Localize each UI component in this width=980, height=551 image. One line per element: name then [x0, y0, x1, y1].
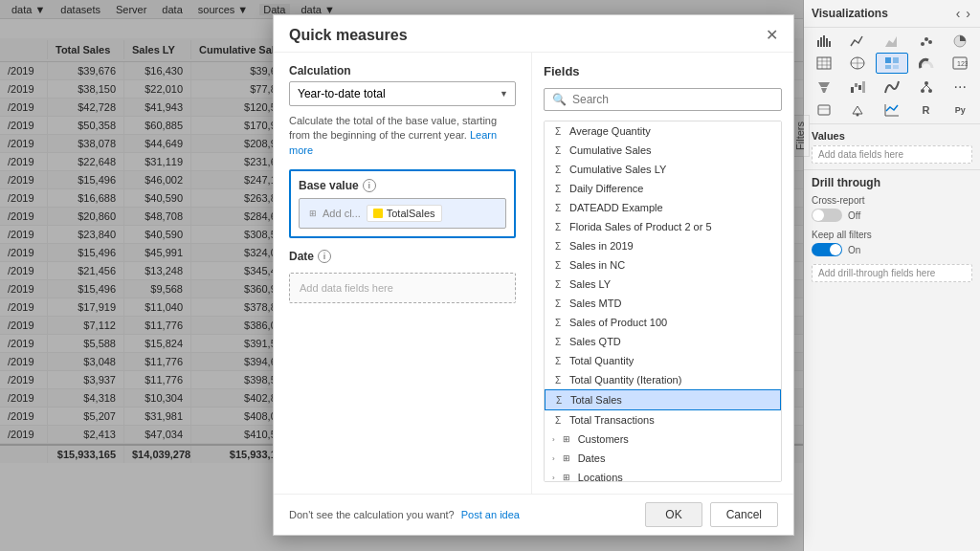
field-item[interactable]: Σ Sales LY: [545, 275, 781, 294]
calculation-label: Calculation: [289, 64, 516, 77]
field-item-total-sales[interactable]: Σ Total Sales: [545, 389, 781, 410]
vis-icon-matrix[interactable]: [876, 53, 908, 74]
dialog-header: Quick measures ✕: [274, 15, 793, 53]
field-item[interactable]: Σ Daily Difference: [545, 179, 781, 198]
base-value-info-icon[interactable]: i: [363, 179, 376, 192]
date-drop-area[interactable]: Add data fields here: [289, 273, 516, 303]
table-icon: ⊞: [561, 472, 572, 482]
vis-icon-card[interactable]: 123: [944, 53, 976, 74]
vis-icon-scatter[interactable]: [910, 32, 943, 51]
svg-point-30: [924, 81, 928, 85]
field-item[interactable]: Σ Total Quantity (Iteration): [545, 370, 781, 389]
values-section-title: Values: [812, 130, 972, 142]
vis-icon-format[interactable]: [808, 100, 840, 120]
sigma-icon: Σ: [552, 259, 564, 271]
footer-text: Don't see the calculation you want? Post…: [289, 509, 520, 520]
add-values-button[interactable]: Add data fields here: [812, 145, 972, 164]
search-input[interactable]: [572, 93, 773, 106]
calculation-dropdown[interactable]: Year-to-date total: [289, 81, 516, 106]
field-item[interactable]: Σ Cumulative Sales: [545, 141, 781, 160]
drill-through-title: Drill through: [812, 176, 972, 189]
vis-icon-line[interactable]: [842, 32, 875, 51]
sigma-icon: Σ: [552, 278, 564, 290]
field-item[interactable]: Σ Sales in 2019: [545, 236, 781, 255]
keep-filters-toggle[interactable]: [812, 243, 842, 256]
fields-label: Fields: [544, 64, 782, 78]
vis-icon-table[interactable]: [808, 53, 840, 74]
calculation-section: Calculation Year-to-date total Calculate…: [289, 64, 516, 158]
sigma-icon: Σ: [552, 164, 564, 175]
sigma-icon: Σ: [552, 240, 564, 252]
group-item-locations[interactable]: › ⊞ Locations: [545, 468, 781, 482]
base-value-section: Base value i ⊞ Add cl... TotalSales: [289, 169, 516, 238]
cross-report-toggle[interactable]: [812, 209, 842, 222]
keep-filters-label: Keep all filters: [812, 230, 972, 240]
right-panel: Fields 🔍 Σ Average Quantity Σ Cumulative…: [532, 53, 793, 494]
vis-icon-bar[interactable]: [808, 32, 840, 51]
vis-icon-py-script[interactable]: Py: [944, 100, 976, 120]
field-item[interactable]: Σ Total Quantity: [545, 351, 781, 370]
svg-line-32: [926, 85, 930, 89]
quick-measures-dialog: Quick measures ✕ Calculation Year-to-dat…: [273, 14, 794, 536]
values-section: Values Add data fields here: [804, 124, 980, 170]
calc-description: Calculate the total of the base value, s…: [289, 115, 497, 156]
svg-rect-2: [823, 35, 825, 47]
vis-icon-area[interactable]: [876, 32, 908, 51]
group-item-dates[interactable]: › ⊞ Dates: [545, 449, 781, 468]
svg-rect-28: [858, 85, 861, 90]
field-item[interactable]: Σ Total Transactions: [545, 410, 781, 430]
field-item[interactable]: Σ Sales MTD: [545, 294, 781, 313]
dialog-footer: Don't see the calculation you want? Post…: [274, 494, 793, 535]
sigma-icon: Σ: [552, 221, 564, 232]
base-value-label: Base value i: [299, 179, 506, 192]
svg-point-8: [928, 40, 932, 44]
vis-icon-pie[interactable]: [944, 32, 976, 51]
field-tag-label: TotalSales: [387, 208, 435, 219]
chevron-icon: ›: [552, 474, 555, 482]
svg-rect-4: [829, 41, 831, 47]
svg-marker-25: [821, 88, 827, 93]
field-item[interactable]: Σ Sales of Product 100: [545, 313, 781, 332]
close-button[interactable]: ✕: [766, 28, 778, 43]
drill-through-section: Drill through Cross-report Off Keep all …: [804, 170, 980, 288]
field-item[interactable]: Σ Sales QTD: [545, 332, 781, 351]
visualizations-panel: Visualizations ‹ ›: [803, 0, 980, 551]
date-info-icon[interactable]: i: [318, 250, 331, 263]
vis-icon-paint[interactable]: [842, 100, 875, 120]
post-idea-link[interactable]: Post an idea: [461, 509, 520, 520]
keep-filters-thumb: [830, 244, 841, 255]
dialog-title: Quick measures: [289, 27, 408, 44]
table-icon: ⊞: [561, 452, 572, 464]
add-drill-through-button[interactable]: Add drill-through fields here: [812, 264, 972, 282]
field-item[interactable]: Σ DATEADD Example: [545, 198, 781, 217]
vis-icon-funnel[interactable]: [808, 76, 840, 99]
left-panel: Calculation Year-to-date total Calculate…: [274, 53, 532, 494]
svg-line-31: [923, 85, 926, 89]
date-section: Date i Add data fields here: [289, 250, 516, 303]
sigma-icon: Σ: [553, 394, 565, 406]
field-item[interactable]: Σ Florida Sales of Product 2 or 5: [545, 217, 781, 236]
sigma-icon: Σ: [552, 125, 564, 137]
nav-back-button[interactable]: ‹: [954, 6, 963, 21]
nav-forward-button[interactable]: ›: [964, 6, 972, 21]
ok-button[interactable]: OK: [645, 502, 702, 527]
dialog-body: Calculation Year-to-date total Calculate…: [274, 53, 793, 494]
vis-icon-r-script[interactable]: R: [910, 100, 943, 120]
chevron-icon: ›: [552, 435, 555, 444]
vis-icon-waterfall[interactable]: [842, 76, 875, 99]
vis-icon-gauge[interactable]: [910, 53, 943, 74]
cross-report-thumb: [813, 209, 824, 221]
vis-icon-map[interactable]: [842, 53, 875, 74]
vis-icon-more[interactable]: ···: [944, 76, 976, 99]
field-item[interactable]: Σ Average Quantity: [545, 121, 781, 141]
vis-icon-ribbon[interactable]: [876, 76, 908, 99]
vis-icon-decomp[interactable]: [910, 76, 943, 99]
base-value-drop-area[interactable]: ⊞ Add cl... TotalSales: [299, 198, 506, 229]
field-item[interactable]: Σ Cumulative Sales LY: [545, 160, 781, 179]
cross-report-label: Cross-report: [812, 195, 972, 206]
field-item[interactable]: Σ Sales in NC: [545, 255, 781, 275]
sigma-icon: Σ: [552, 336, 564, 347]
group-item-customers[interactable]: › ⊞ Customers: [545, 430, 781, 449]
cancel-button[interactable]: Cancel: [710, 502, 778, 527]
vis-icon-analytics[interactable]: [876, 100, 908, 120]
